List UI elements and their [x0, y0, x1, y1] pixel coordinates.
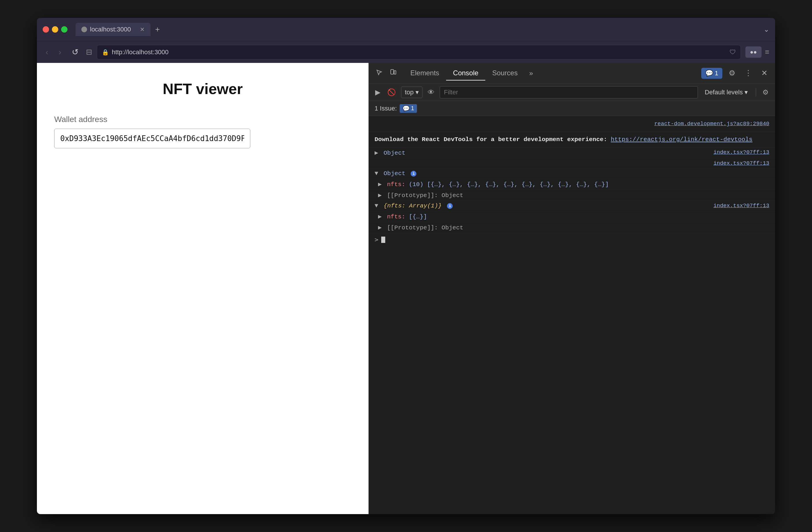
- log-levels-selector[interactable]: Default levels ▾: [701, 87, 751, 98]
- wallet-section: Wallet address: [54, 115, 351, 148]
- back-button[interactable]: ‹: [43, 46, 51, 59]
- nav-menu-button[interactable]: ≡: [765, 47, 769, 57]
- console-prompt: >: [375, 236, 378, 243]
- minimize-traffic-light[interactable]: [52, 26, 58, 32]
- tab-close-icon[interactable]: ✕: [140, 26, 145, 33]
- svg-rect-0: [391, 70, 394, 74]
- nfts-content: nfts: (10) [{…}, {…}, {…}, {…}, {…}, {…}…: [378, 181, 609, 188]
- levels-label: Default levels: [705, 88, 743, 96]
- tab-title: localhost:3000: [90, 26, 131, 33]
- url-display: http://localhost:3000: [112, 48, 169, 56]
- page-title: NFT viewer: [54, 80, 351, 98]
- devtools-close-button[interactable]: ✕: [758, 67, 770, 79]
- prototype-2-content: [[Prototype]]: Object: [378, 224, 463, 231]
- issues-count: 1 Issue:: [375, 105, 397, 112]
- execute-button[interactable]: ▶: [373, 86, 382, 98]
- tab-favicon: [81, 27, 87, 32]
- index-link-3[interactable]: index.tsx?07ff:13: [713, 202, 769, 209]
- more-tabs-button[interactable]: »: [527, 67, 535, 80]
- address-bar[interactable]: 🔒 http://localhost:3000 🛡: [97, 45, 741, 59]
- close-traffic-light[interactable]: [43, 26, 49, 32]
- window-controls-icon[interactable]: ⌄: [764, 25, 769, 33]
- console-entry-prototype-2: [[Prototype]]: Object: [369, 222, 775, 233]
- console-entry-react-message: Download the React DevTools for a better…: [369, 132, 775, 148]
- expand-nfts-single-icon[interactable]: [378, 213, 382, 220]
- levels-arrow-icon: ▾: [744, 88, 748, 96]
- tab-console[interactable]: Console: [446, 66, 485, 81]
- console-output[interactable]: react-dom.development.js?ac89:29840 Down…: [369, 116, 775, 514]
- console-entry-link-only: index.tsx?07ff:13: [369, 158, 775, 168]
- context-label: top: [405, 88, 414, 96]
- react-dom-link[interactable]: react-dom.development.js?ac89:29840: [654, 121, 769, 127]
- nfts-array-label: {nfts: Array(1)}: [383, 202, 442, 209]
- prototype-2-label: [[Prototype]]: Object: [387, 224, 463, 231]
- nfts-value: (10) [{…}, {…}, {…}, {…}, {…}, {…}, {…},…: [409, 181, 609, 188]
- forward-button[interactable]: ›: [56, 46, 64, 59]
- nav-right-controls: ●● ≡: [745, 46, 769, 58]
- wallet-input[interactable]: [54, 129, 250, 148]
- index-link-2[interactable]: index.tsx?07ff:13: [713, 160, 769, 167]
- prototype-label: [[Prototype]]: Object: [387, 192, 463, 199]
- devtools-right-controls: 💬 1 ⚙ ⋮ ✕: [701, 67, 770, 79]
- object-label: Object: [383, 150, 405, 156]
- console-entry-react-link: react-dom.development.js?ac89:29840: [369, 116, 775, 132]
- nav-bar: ‹ › ↺ ⊟ 🔒 http://localhost:3000 🛡 ●● ≡: [37, 41, 775, 63]
- info-badge-2: i: [447, 203, 453, 209]
- filter-input[interactable]: [440, 86, 698, 98]
- nfts-array-expanded-content: {nfts: Array(1)} i: [375, 202, 453, 209]
- devtools-more-button[interactable]: ⋮: [742, 67, 755, 79]
- devtools-panel: Elements Console Sources » 💬 1 ⚙: [368, 63, 775, 514]
- lock-icon: 🔒: [102, 49, 109, 56]
- svg-rect-1: [394, 71, 396, 74]
- expand-nfts-icon[interactable]: [378, 181, 382, 188]
- tab-sources[interactable]: Sources: [485, 66, 524, 81]
- index-link-1[interactable]: index.tsx?07ff:13: [713, 149, 769, 155]
- traffic-lights: [43, 26, 68, 32]
- console-input-row: >: [369, 233, 775, 246]
- expand-object2-icon[interactable]: [375, 170, 378, 177]
- clear-console-button[interactable]: 🚫: [386, 86, 397, 98]
- maximize-traffic-light[interactable]: [61, 26, 68, 32]
- issues-badge-button[interactable]: 💬 1: [701, 68, 722, 79]
- object-collapsed-content: Object: [375, 149, 405, 156]
- console-entry-object-expanded: Object i: [369, 168, 775, 179]
- react-devtools-link[interactable]: https://reactjs.org/link/react-devtools: [611, 136, 752, 143]
- browser-window: localhost:3000 ✕ + ⌄ ‹ › ↺ ⊟ 🔒 http://lo…: [37, 18, 775, 514]
- tab-elements[interactable]: Elements: [403, 66, 446, 81]
- console-cursor: [381, 237, 385, 243]
- context-arrow-icon: ▾: [416, 88, 419, 96]
- browser-page: NFT viewer Wallet address: [37, 63, 368, 514]
- wallet-label: Wallet address: [54, 115, 351, 124]
- issues-badge-icon: 💬: [403, 105, 410, 112]
- console-entry-nfts-single: nfts: [{…}]: [369, 211, 775, 222]
- device-mode-button[interactable]: [387, 67, 399, 80]
- expand-prototype-icon[interactable]: [378, 192, 382, 199]
- console-settings-button[interactable]: ⚙: [761, 86, 770, 98]
- react-devtools-message: Download the React DevTools for a better…: [375, 136, 611, 143]
- object-expanded-content: Object i: [375, 170, 416, 177]
- object-expanded-label: Object: [383, 170, 405, 177]
- devtools-settings-button[interactable]: ⚙: [726, 67, 738, 79]
- console-entry-nfts-prop: nfts: (10) [{…}, {…}, {…}, {…}, {…}, {…}…: [369, 179, 775, 190]
- console-entry-prototype: [[Prototype]]: Object: [369, 190, 775, 201]
- context-selector[interactable]: top ▾: [401, 86, 422, 98]
- inspect-element-button[interactable]: [373, 67, 385, 80]
- issues-badge[interactable]: 💬 1: [400, 104, 417, 113]
- devtools-secondary-bar: ▶ 🚫 top ▾ 👁 Default levels ▾ ⚙: [369, 84, 775, 101]
- separator: [756, 88, 756, 97]
- devtools-tabs: Elements Console Sources: [403, 66, 524, 81]
- live-expression-button[interactable]: 👁: [426, 86, 436, 98]
- shield-icon: 🛡: [729, 48, 736, 56]
- expand-prototype2-icon[interactable]: [378, 224, 382, 231]
- expand-nfts-array-icon[interactable]: [375, 202, 378, 209]
- expand-object-icon[interactable]: [375, 150, 378, 156]
- new-tab-button[interactable]: +: [150, 25, 164, 34]
- reader-mode-button[interactable]: ●●: [745, 46, 762, 58]
- browser-tab[interactable]: localhost:3000 ✕: [75, 23, 150, 36]
- nfts-single-key: nfts:: [387, 213, 409, 220]
- refresh-button[interactable]: ↺: [69, 45, 81, 59]
- chat-icon: 💬: [705, 70, 713, 77]
- nfts-single-content: nfts: [{…}]: [378, 213, 427, 220]
- console-entry-object-collapsed: Object index.tsx?07ff:13: [369, 148, 775, 158]
- bookmark-button[interactable]: ⊟: [86, 47, 92, 57]
